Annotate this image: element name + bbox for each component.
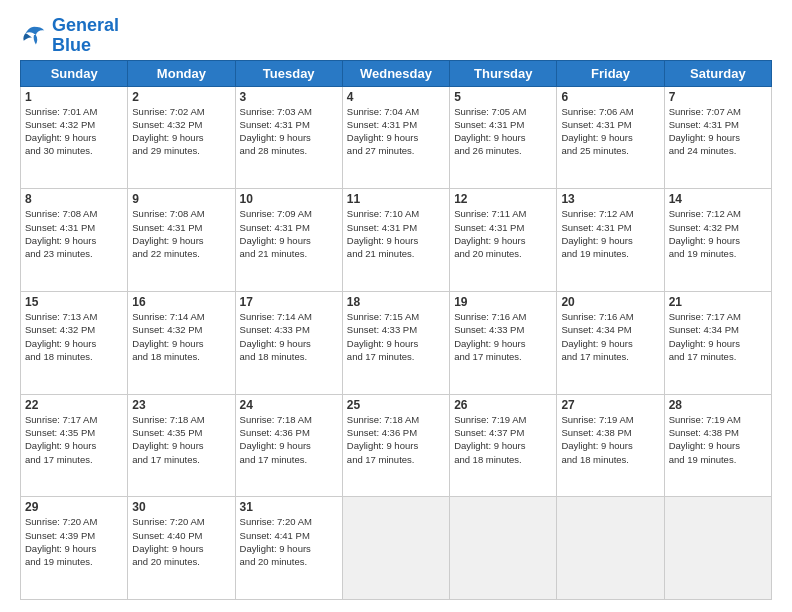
day-number: 23 bbox=[132, 398, 230, 412]
day-info: Sunrise: 7:01 AM Sunset: 4:32 PM Dayligh… bbox=[25, 105, 123, 158]
day-info: Sunrise: 7:13 AM Sunset: 4:32 PM Dayligh… bbox=[25, 310, 123, 363]
calendar-cell: 19Sunrise: 7:16 AM Sunset: 4:33 PM Dayli… bbox=[450, 291, 557, 394]
calendar-cell: 29Sunrise: 7:20 AM Sunset: 4:39 PM Dayli… bbox=[21, 497, 128, 600]
day-info: Sunrise: 7:14 AM Sunset: 4:33 PM Dayligh… bbox=[240, 310, 338, 363]
day-info: Sunrise: 7:04 AM Sunset: 4:31 PM Dayligh… bbox=[347, 105, 445, 158]
weekday-header-wednesday: Wednesday bbox=[342, 60, 449, 86]
day-number: 3 bbox=[240, 90, 338, 104]
day-info: Sunrise: 7:12 AM Sunset: 4:32 PM Dayligh… bbox=[669, 207, 767, 260]
logo-text: General Blue bbox=[52, 16, 119, 56]
day-info: Sunrise: 7:06 AM Sunset: 4:31 PM Dayligh… bbox=[561, 105, 659, 158]
day-info: Sunrise: 7:19 AM Sunset: 4:37 PM Dayligh… bbox=[454, 413, 552, 466]
calendar-cell: 6Sunrise: 7:06 AM Sunset: 4:31 PM Daylig… bbox=[557, 86, 664, 189]
day-number: 28 bbox=[669, 398, 767, 412]
weekday-header-saturday: Saturday bbox=[664, 60, 771, 86]
calendar-cell: 22Sunrise: 7:17 AM Sunset: 4:35 PM Dayli… bbox=[21, 394, 128, 497]
day-info: Sunrise: 7:08 AM Sunset: 4:31 PM Dayligh… bbox=[25, 207, 123, 260]
weekday-header-tuesday: Tuesday bbox=[235, 60, 342, 86]
calendar-cell: 24Sunrise: 7:18 AM Sunset: 4:36 PM Dayli… bbox=[235, 394, 342, 497]
calendar-cell: 8Sunrise: 7:08 AM Sunset: 4:31 PM Daylig… bbox=[21, 189, 128, 292]
day-number: 12 bbox=[454, 192, 552, 206]
day-info: Sunrise: 7:17 AM Sunset: 4:34 PM Dayligh… bbox=[669, 310, 767, 363]
calendar-cell: 4Sunrise: 7:04 AM Sunset: 4:31 PM Daylig… bbox=[342, 86, 449, 189]
day-number: 29 bbox=[25, 500, 123, 514]
calendar-cell: 11Sunrise: 7:10 AM Sunset: 4:31 PM Dayli… bbox=[342, 189, 449, 292]
day-number: 13 bbox=[561, 192, 659, 206]
day-number: 14 bbox=[669, 192, 767, 206]
calendar-cell: 3Sunrise: 7:03 AM Sunset: 4:31 PM Daylig… bbox=[235, 86, 342, 189]
calendar-cell bbox=[450, 497, 557, 600]
calendar-cell: 14Sunrise: 7:12 AM Sunset: 4:32 PM Dayli… bbox=[664, 189, 771, 292]
calendar-cell: 28Sunrise: 7:19 AM Sunset: 4:38 PM Dayli… bbox=[664, 394, 771, 497]
day-number: 27 bbox=[561, 398, 659, 412]
day-number: 4 bbox=[347, 90, 445, 104]
calendar-cell: 21Sunrise: 7:17 AM Sunset: 4:34 PM Dayli… bbox=[664, 291, 771, 394]
day-info: Sunrise: 7:20 AM Sunset: 4:41 PM Dayligh… bbox=[240, 515, 338, 568]
calendar-cell: 17Sunrise: 7:14 AM Sunset: 4:33 PM Dayli… bbox=[235, 291, 342, 394]
day-number: 8 bbox=[25, 192, 123, 206]
day-info: Sunrise: 7:08 AM Sunset: 4:31 PM Dayligh… bbox=[132, 207, 230, 260]
day-number: 24 bbox=[240, 398, 338, 412]
day-info: Sunrise: 7:20 AM Sunset: 4:39 PM Dayligh… bbox=[25, 515, 123, 568]
day-info: Sunrise: 7:17 AM Sunset: 4:35 PM Dayligh… bbox=[25, 413, 123, 466]
day-info: Sunrise: 7:16 AM Sunset: 4:33 PM Dayligh… bbox=[454, 310, 552, 363]
calendar-cell: 10Sunrise: 7:09 AM Sunset: 4:31 PM Dayli… bbox=[235, 189, 342, 292]
page: General Blue SundayMondayTuesdayWednesda… bbox=[0, 0, 792, 612]
day-info: Sunrise: 7:18 AM Sunset: 4:35 PM Dayligh… bbox=[132, 413, 230, 466]
weekday-header-monday: Monday bbox=[128, 60, 235, 86]
calendar-cell: 2Sunrise: 7:02 AM Sunset: 4:32 PM Daylig… bbox=[128, 86, 235, 189]
day-number: 2 bbox=[132, 90, 230, 104]
logo: General Blue bbox=[20, 16, 119, 56]
calendar-cell: 27Sunrise: 7:19 AM Sunset: 4:38 PM Dayli… bbox=[557, 394, 664, 497]
calendar-cell: 31Sunrise: 7:20 AM Sunset: 4:41 PM Dayli… bbox=[235, 497, 342, 600]
day-number: 26 bbox=[454, 398, 552, 412]
calendar-cell: 25Sunrise: 7:18 AM Sunset: 4:36 PM Dayli… bbox=[342, 394, 449, 497]
day-info: Sunrise: 7:18 AM Sunset: 4:36 PM Dayligh… bbox=[347, 413, 445, 466]
day-info: Sunrise: 7:20 AM Sunset: 4:40 PM Dayligh… bbox=[132, 515, 230, 568]
day-number: 10 bbox=[240, 192, 338, 206]
day-number: 11 bbox=[347, 192, 445, 206]
weekday-header-sunday: Sunday bbox=[21, 60, 128, 86]
day-number: 22 bbox=[25, 398, 123, 412]
calendar-cell: 18Sunrise: 7:15 AM Sunset: 4:33 PM Dayli… bbox=[342, 291, 449, 394]
day-info: Sunrise: 7:18 AM Sunset: 4:36 PM Dayligh… bbox=[240, 413, 338, 466]
calendar-cell: 23Sunrise: 7:18 AM Sunset: 4:35 PM Dayli… bbox=[128, 394, 235, 497]
day-number: 6 bbox=[561, 90, 659, 104]
calendar-cell: 12Sunrise: 7:11 AM Sunset: 4:31 PM Dayli… bbox=[450, 189, 557, 292]
day-number: 25 bbox=[347, 398, 445, 412]
day-number: 16 bbox=[132, 295, 230, 309]
calendar-cell: 13Sunrise: 7:12 AM Sunset: 4:31 PM Dayli… bbox=[557, 189, 664, 292]
weekday-header-friday: Friday bbox=[557, 60, 664, 86]
logo-icon bbox=[20, 22, 48, 50]
day-number: 1 bbox=[25, 90, 123, 104]
day-number: 18 bbox=[347, 295, 445, 309]
day-info: Sunrise: 7:10 AM Sunset: 4:31 PM Dayligh… bbox=[347, 207, 445, 260]
day-info: Sunrise: 7:02 AM Sunset: 4:32 PM Dayligh… bbox=[132, 105, 230, 158]
day-number: 30 bbox=[132, 500, 230, 514]
day-number: 5 bbox=[454, 90, 552, 104]
day-info: Sunrise: 7:05 AM Sunset: 4:31 PM Dayligh… bbox=[454, 105, 552, 158]
day-number: 19 bbox=[454, 295, 552, 309]
weekday-header-thursday: Thursday bbox=[450, 60, 557, 86]
day-info: Sunrise: 7:07 AM Sunset: 4:31 PM Dayligh… bbox=[669, 105, 767, 158]
day-info: Sunrise: 7:19 AM Sunset: 4:38 PM Dayligh… bbox=[669, 413, 767, 466]
day-number: 15 bbox=[25, 295, 123, 309]
day-info: Sunrise: 7:14 AM Sunset: 4:32 PM Dayligh… bbox=[132, 310, 230, 363]
header: General Blue bbox=[20, 16, 772, 56]
day-info: Sunrise: 7:12 AM Sunset: 4:31 PM Dayligh… bbox=[561, 207, 659, 260]
calendar-cell: 20Sunrise: 7:16 AM Sunset: 4:34 PM Dayli… bbox=[557, 291, 664, 394]
day-number: 21 bbox=[669, 295, 767, 309]
day-info: Sunrise: 7:19 AM Sunset: 4:38 PM Dayligh… bbox=[561, 413, 659, 466]
calendar-cell: 1Sunrise: 7:01 AM Sunset: 4:32 PM Daylig… bbox=[21, 86, 128, 189]
day-number: 31 bbox=[240, 500, 338, 514]
day-number: 9 bbox=[132, 192, 230, 206]
day-info: Sunrise: 7:16 AM Sunset: 4:34 PM Dayligh… bbox=[561, 310, 659, 363]
day-number: 17 bbox=[240, 295, 338, 309]
day-number: 20 bbox=[561, 295, 659, 309]
day-info: Sunrise: 7:11 AM Sunset: 4:31 PM Dayligh… bbox=[454, 207, 552, 260]
calendar-cell: 5Sunrise: 7:05 AM Sunset: 4:31 PM Daylig… bbox=[450, 86, 557, 189]
calendar-cell bbox=[557, 497, 664, 600]
day-number: 7 bbox=[669, 90, 767, 104]
calendar-cell: 26Sunrise: 7:19 AM Sunset: 4:37 PM Dayli… bbox=[450, 394, 557, 497]
day-info: Sunrise: 7:09 AM Sunset: 4:31 PM Dayligh… bbox=[240, 207, 338, 260]
